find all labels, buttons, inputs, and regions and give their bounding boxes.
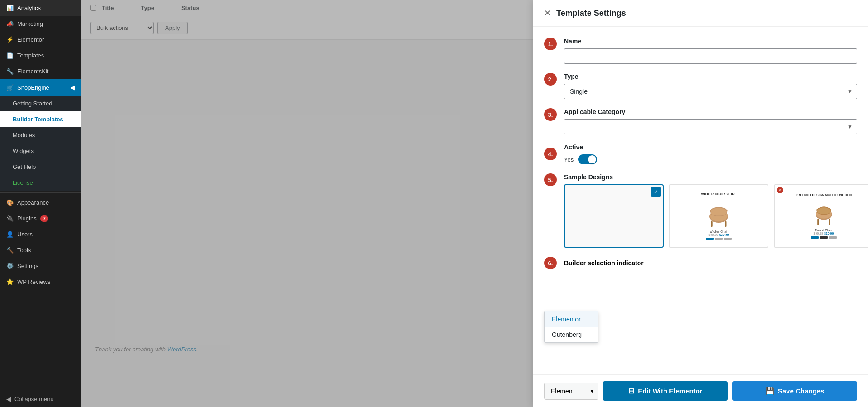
svg-rect-3: [725, 221, 726, 227]
name-field-row: 1. Name: [544, 38, 857, 64]
builder-select-wrapper: Elemen... Elementor Gutenberg ▼: [544, 383, 598, 400]
sidebar-item-getting-started[interactable]: Getting Started: [0, 96, 81, 111]
elementskit-icon: 🔧: [6, 68, 14, 75]
shopengine-icon: 🛒: [6, 84, 14, 91]
sidebar-item-widgets[interactable]: Widgets: [0, 143, 81, 159]
widgets-label: Widgets: [13, 148, 34, 154]
sidebar-item-label: Templates: [17, 52, 44, 59]
sidebar-item-label: Marketing: [17, 20, 43, 27]
sidebar-item-builder-templates[interactable]: Builder Templates: [0, 111, 81, 127]
templates-icon: 📄: [6, 52, 14, 59]
name-label: Name: [564, 38, 857, 45]
plugins-icon: 🔌: [6, 215, 14, 222]
appearance-icon: 🎨: [6, 199, 14, 206]
wp-reviews-icon: ⭐: [6, 278, 14, 285]
svg-rect-2: [711, 221, 713, 227]
sidebar-item-templates[interactable]: 📄 Templates: [0, 48, 81, 63]
design-card-2[interactable]: WICKER CHAIR STORE Wicker Chair: [669, 184, 768, 248]
sidebar-item-shopengine[interactable]: 🛒 ShopEngine ◀: [0, 79, 81, 96]
license-label: License: [13, 179, 33, 186]
step-3-dot: 3.: [544, 108, 557, 121]
step-6-row: 6. Builder selection indicator: [544, 257, 857, 269]
sidebar-item-license[interactable]: License: [0, 175, 81, 191]
edit-with-elementor-button[interactable]: ⊟ Edit With Elementor: [603, 381, 728, 401]
toggle-yes-label: Yes: [564, 156, 574, 163]
applicable-category-select[interactable]: [564, 119, 857, 134]
sidebar-item-plugins[interactable]: 🔌 Plugins 7: [0, 211, 81, 226]
type-label: Type: [564, 73, 857, 80]
design-card-3[interactable]: ✕ PRODUCT DESIGN MULTI FUNCTION: [774, 184, 868, 248]
sidebar-item-marketing[interactable]: 📣 Marketing: [0, 16, 81, 32]
applicable-category-label: Applicable Category: [564, 108, 857, 115]
active-field-row: 4. Active Yes: [544, 144, 857, 164]
tools-icon: 🔨: [6, 247, 14, 254]
wp-reviews-label: WP Reviews: [17, 278, 50, 285]
type-field-group: Type Single Archive Cart Checkout My Acc…: [564, 73, 857, 99]
builder-dropdown-popup: Elementor Gutenberg: [544, 311, 598, 343]
analytics-icon: 📊: [6, 5, 14, 11]
panel-footer: Elemen... Elementor Gutenberg ▼ ⊟ Edit W…: [533, 374, 868, 407]
plugins-label: Plugins: [17, 215, 37, 222]
sidebar-item-tools[interactable]: 🔨 Tools: [0, 242, 81, 258]
applicable-category-row: 3. Applicable Category ▼: [544, 108, 857, 134]
product-mockup-3: ✕ PRODUCT DESIGN MULTI FUNCTION: [775, 185, 868, 247]
type-select[interactable]: Single Archive Cart Checkout My Account: [564, 84, 857, 99]
type-field-row: 2. Type Single Archive Cart Checkout My …: [544, 73, 857, 99]
sidebar-item-get-help[interactable]: Get Help: [0, 159, 81, 175]
name-field-group: Name: [564, 38, 857, 64]
svg-rect-6: [817, 219, 819, 225]
active-toggle[interactable]: [578, 154, 597, 164]
panel-close-button[interactable]: ✕: [544, 8, 551, 18]
plugins-badge: 7: [40, 215, 48, 222]
dropdown-item-gutenberg[interactable]: Gutenberg: [545, 327, 598, 342]
active-label: Active: [564, 144, 597, 151]
shopengine-collapse-icon: ◀: [70, 84, 75, 91]
sample-designs-group: Sample Designs ✓ WICKER CHAIR STORE: [564, 173, 868, 248]
dropdown-item-elementor[interactable]: Elementor: [545, 311, 598, 327]
sidebar-item-label: Analytics: [17, 5, 41, 11]
panel-title: Template Settings: [556, 9, 626, 18]
save-changes-button[interactable]: 💾 Save Changes: [732, 381, 857, 401]
type-select-wrapper: Single Archive Cart Checkout My Account …: [564, 84, 857, 99]
modules-label: Modules: [13, 132, 35, 139]
shopengine-label: ShopEngine: [17, 84, 49, 91]
name-input[interactable]: [564, 48, 857, 64]
step-1-dot: 1.: [544, 38, 557, 50]
sample-designs-grid: ✓ WICKER CHAIR STORE: [564, 184, 868, 248]
collapse-label: Collapse menu: [14, 396, 54, 402]
category-select-wrapper: ▼: [564, 119, 857, 134]
get-help-label: Get Help: [13, 163, 36, 170]
chair-svg-3: [809, 198, 839, 228]
active-field-group: Active Yes: [564, 144, 597, 164]
appearance-label: Appearance: [17, 199, 49, 206]
template-settings-panel: ✕ Template Settings 1. Name 2. Type: [533, 0, 868, 407]
elementor-edit-icon: ⊟: [628, 387, 634, 395]
shopengine-submenu: Getting Started Builder Templates Module…: [0, 96, 81, 191]
step-6-note: Builder selection indicator: [564, 259, 644, 267]
sidebar-item-users[interactable]: 👤 Users: [0, 226, 81, 242]
save-icon: 💾: [765, 387, 774, 395]
elementor-nav-icon: ⚡: [6, 36, 14, 43]
marketing-icon: 📣: [6, 20, 14, 27]
sidebar-item-wp-reviews[interactable]: ⭐ WP Reviews: [0, 274, 81, 290]
sidebar-item-elementor[interactable]: ⚡ Elementor: [0, 32, 81, 48]
product-mockup-2: WICKER CHAIR STORE Wicker Chair: [670, 185, 768, 247]
sidebar-item-analytics[interactable]: 📊 Analytics: [0, 0, 81, 16]
collapse-icon: ◀: [6, 396, 11, 402]
builder-select[interactable]: Elemen... Elementor Gutenberg: [544, 383, 598, 400]
main-content-area: Title Type Status Bulk actions Apply Tha…: [81, 0, 868, 407]
collapse-menu-button[interactable]: ◀ Collapse menu: [0, 391, 81, 407]
svg-rect-7: [829, 219, 830, 225]
tools-label: Tools: [17, 247, 31, 254]
sidebar-item-elementskit[interactable]: 🔧 ElementsKit: [0, 63, 81, 79]
users-label: Users: [17, 231, 33, 238]
sidebar-item-settings[interactable]: ⚙️ Settings: [0, 258, 81, 274]
sidebar-item-appearance[interactable]: 🎨 Appearance: [0, 195, 81, 211]
getting-started-label: Getting Started: [13, 100, 52, 107]
sidebar-divider: [0, 192, 81, 193]
save-btn-label: Save Changes: [778, 387, 825, 395]
sidebar-item-modules[interactable]: Modules: [0, 127, 81, 143]
design-card-1[interactable]: ✓: [564, 184, 664, 248]
sidebar-item-label: Elementor: [17, 36, 44, 43]
active-toggle-wrapper: Yes: [564, 154, 597, 164]
